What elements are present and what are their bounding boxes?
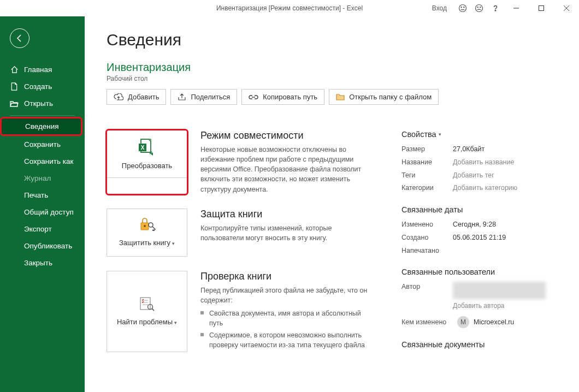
prop-label: Теги [401, 170, 453, 181]
share-button[interactable]: Поделиться [170, 89, 237, 105]
related-docs-heading: Связанные документы [401, 340, 554, 349]
sidebar-separator [10, 115, 75, 116]
link-icon [249, 94, 258, 100]
login-link[interactable]: Вход [429, 4, 454, 12]
modified-by-name: Microexcel.ru [474, 318, 514, 326]
sidebar-label: Закрыть [24, 259, 52, 267]
sidebar-label: Печать [24, 191, 48, 199]
sidebar-label: Сведения [25, 122, 59, 130]
prop-label: Категории [401, 183, 453, 193]
sidebar-item-publish[interactable]: Опубликовать [0, 237, 85, 254]
document-location: Рабочий стол [107, 75, 567, 82]
sidebar-item-home[interactable]: Главная [0, 61, 85, 78]
excel-convert-icon: X [138, 138, 156, 158]
upload-add-button[interactable]: Добавить [107, 89, 166, 105]
sidebar-item-history: Журнал [0, 170, 85, 187]
maximize-button[interactable] [529, 0, 554, 16]
avatar: M [457, 316, 469, 328]
svg-line-23 [152, 308, 154, 311]
compat-title: Режим совместимости [200, 130, 369, 141]
svg-point-0 [459, 5, 466, 12]
inspect-bullet: Содержимое, в котором невозможно выполни… [200, 330, 369, 350]
sidebar-label: Опубликовать [24, 242, 72, 250]
face-sad-icon[interactable] [471, 0, 487, 16]
card-label: Найти проблемы▾ [117, 318, 177, 327]
back-button[interactable] [10, 28, 29, 48]
convert-button[interactable]: X Преобразовать [107, 130, 187, 178]
help-icon[interactable] [487, 0, 504, 16]
document-name: Инвентаризация [107, 61, 567, 74]
inspect-title: Проверка книги [200, 271, 369, 282]
compat-desc: Некоторые новые возможности отключены во… [200, 145, 369, 194]
sidebar-label: Открыть [24, 99, 53, 108]
share-icon [178, 93, 186, 101]
add-tag-link[interactable]: Добавить тег [453, 170, 494, 181]
page-title: Сведения [107, 31, 567, 49]
open-folder-button[interactable]: Открыть папку с файлом [329, 89, 439, 105]
prop-value: 27,0Кбайт [453, 144, 485, 155]
add-title-link[interactable]: Добавить название [453, 157, 514, 168]
sidebar-item-print[interactable]: Печать [0, 187, 85, 204]
inspect-desc: Перед публикацией этого файла не забудьт… [200, 286, 369, 305]
prop-label: Размер [401, 144, 453, 155]
svg-point-17 [149, 223, 153, 227]
svg-point-5 [480, 7, 481, 8]
sidebar-label: Создать [24, 82, 52, 91]
properties-dropdown[interactable]: Свойства▾ [401, 130, 554, 139]
copy-path-button[interactable]: Копировать путь [241, 89, 324, 105]
sidebar-label: Журнал [24, 174, 51, 182]
svg-rect-18 [140, 298, 150, 310]
svg-point-6 [495, 10, 496, 11]
prop-value: 05.06.2015 21:19 [453, 233, 506, 243]
sidebar-label: Главная [24, 66, 52, 74]
sidebar-item-export[interactable]: Экспорт [0, 221, 85, 237]
related-dates-heading: Связанные даты [401, 205, 554, 214]
svg-point-3 [476, 5, 483, 12]
sidebar-item-open[interactable]: Открыть [0, 95, 85, 112]
author-name-redacted [453, 282, 546, 299]
svg-point-1 [461, 7, 462, 8]
face-smile-icon[interactable] [454, 0, 471, 16]
protect-workbook-button[interactable]: Защитить книгу▾ [107, 209, 187, 257]
prop-label: Изменено [401, 219, 453, 230]
sidebar-item-info[interactable]: Сведения [1, 118, 81, 135]
cloud-upload-icon [114, 93, 123, 101]
add-author-link[interactable]: Добавить автора [453, 302, 554, 310]
prop-label: Название [401, 157, 453, 168]
sidebar-label: Сохранить как [24, 157, 73, 165]
related-users-heading: Связанные пользователи [401, 268, 554, 276]
sidebar-label: Сохранить [24, 140, 61, 149]
prop-label: Кем изменено [401, 318, 453, 326]
close-button[interactable] [554, 0, 579, 16]
sidebar-item-saveas[interactable]: Сохранить как [0, 153, 85, 170]
folder-open-icon [10, 100, 19, 108]
protect-title: Защита книги [200, 209, 369, 220]
chevron-down-icon: ▾ [174, 320, 177, 325]
svg-rect-8 [539, 6, 544, 11]
prop-label: Создано [401, 233, 453, 243]
svg-text:X: X [141, 145, 145, 151]
sidebar-item-save[interactable]: Сохранить [0, 136, 85, 153]
checklist-search-icon [138, 296, 156, 314]
svg-point-2 [464, 7, 464, 8]
minimize-button[interactable] [504, 0, 529, 16]
find-issues-button[interactable]: Найти проблемы▾ [107, 271, 187, 353]
sidebar-item-share[interactable]: Общий доступ [0, 204, 85, 221]
home-icon [10, 66, 19, 74]
sidebar-item-close[interactable]: Закрыть [0, 254, 85, 271]
sidebar-item-new[interactable]: Создать [0, 78, 85, 95]
card-label: Защитить книгу▾ [119, 239, 175, 248]
titlebar: Инвентаризация [Режим совместимости] - E… [0, 0, 579, 16]
main-panel: Сведения Инвентаризация Рабочий стол Доб… [85, 16, 579, 392]
lock-key-icon [138, 217, 156, 235]
new-doc-icon [10, 82, 19, 91]
add-category-link[interactable]: Добавить категорию [453, 183, 517, 193]
card-label: Преобразовать [122, 162, 172, 171]
folder-icon [336, 93, 345, 100]
svg-point-16 [144, 225, 146, 227]
backstage-sidebar: Главная Создать Открыть Сведения Сохрани… [0, 16, 85, 392]
prop-value: Сегодня, 9:28 [453, 219, 496, 230]
chevron-down-icon: ▾ [439, 132, 441, 137]
inspect-bullet: Свойства документа, имя автора и абсолют… [200, 308, 369, 328]
sidebar-label: Экспорт [24, 225, 52, 233]
